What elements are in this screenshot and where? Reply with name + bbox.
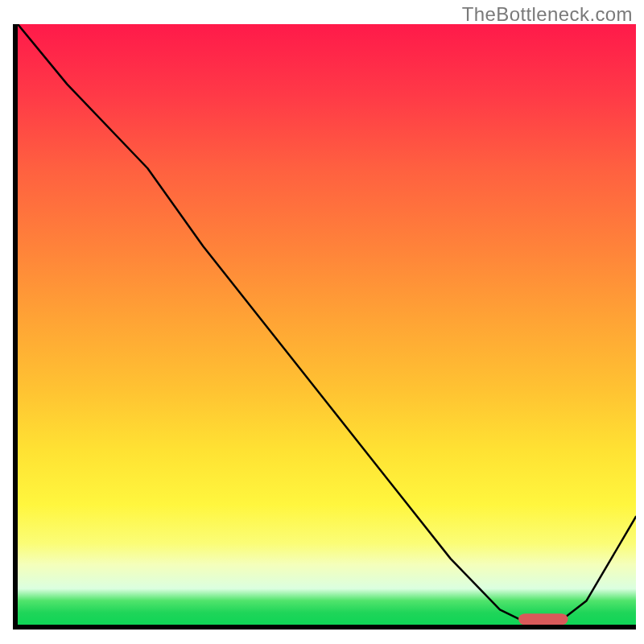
bottleneck-curve [18, 24, 636, 625]
chart-overlay [18, 24, 636, 625]
x-axis [13, 625, 636, 630]
plot-area [18, 24, 636, 625]
chart-container: { "watermark": "TheBottleneck.com", "cha… [0, 0, 644, 644]
watermark-text: TheBottleneck.com [462, 3, 633, 26]
optimal-marker [518, 613, 568, 625]
y-axis [13, 24, 18, 625]
